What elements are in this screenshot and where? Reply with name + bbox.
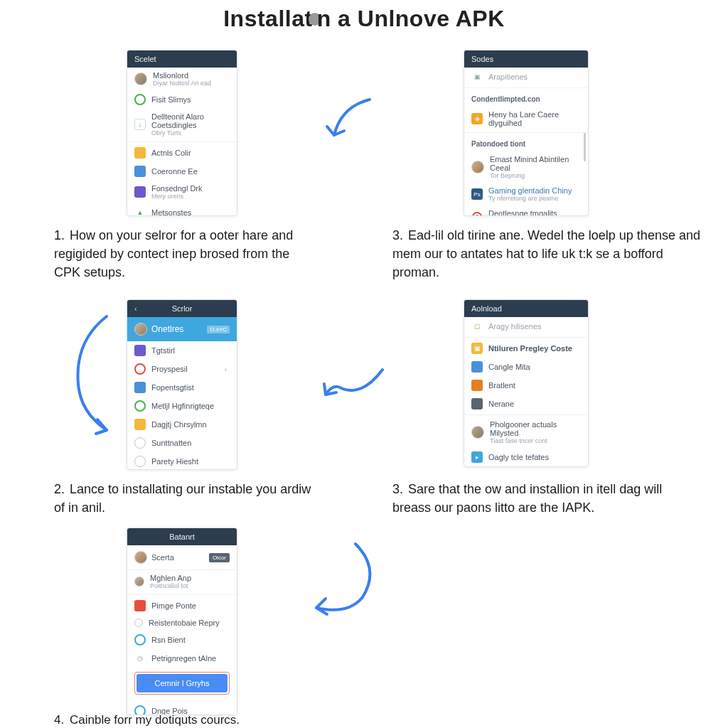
list-item[interactable]: Cangle Mita	[464, 358, 588, 376]
square-icon	[471, 398, 483, 410]
avatar-icon	[134, 73, 147, 85]
clock-icon: ◷	[134, 653, 146, 664]
list-item[interactable]: MslionlordDiyar Nuttesl An ead	[127, 68, 237, 90]
square-icon	[134, 419, 146, 430]
arrow-icon	[318, 363, 390, 405]
folder-icon: ▣	[471, 343, 483, 354]
svg-point-0	[473, 213, 481, 216]
scrollbar[interactable]	[584, 133, 586, 161]
list-item[interactable]: ▣Arapitienes	[464, 68, 588, 86]
list-item[interactable]: Sunttnatten	[127, 434, 237, 452]
download-icon: ↓	[134, 119, 146, 130]
list-item[interactable]: ▸Oagly tcle tefates	[464, 448, 588, 466]
square-icon	[134, 147, 146, 159]
cta-outline: Cemnir l Grryhs	[134, 672, 230, 695]
list-item[interactable]: Actnls Colir	[127, 144, 237, 162]
list-item[interactable]: Tgtstirl	[127, 341, 237, 360]
list-item[interactable]: Nerane	[464, 395, 588, 413]
avatar-icon	[471, 426, 484, 439]
user-header[interactable]: Onetlres O.sYC	[127, 317, 237, 341]
square-icon	[471, 380, 483, 391]
avatar-icon	[471, 161, 484, 173]
list-item[interactable]: ▢Aragy hilisenes	[464, 317, 588, 336]
list-item[interactable]: ▲Metsonstes	[127, 203, 237, 216]
list-item[interactable]: Bratlent	[464, 376, 588, 395]
square-icon	[134, 166, 146, 177]
ps-icon: Ps	[471, 188, 483, 200]
step-3a-caption: 3.Ead-lil old tirine ane. Wedel the loel…	[392, 226, 712, 282]
avatar-icon	[134, 551, 147, 564]
cta-button[interactable]: Cemnir l Grryhs	[136, 674, 228, 692]
circle-icon	[134, 400, 146, 412]
list-item[interactable]: PsGaming glentadin ChinyTy nferretong ar…	[464, 183, 588, 205]
step-4-caption: 4.Cainble forr my dotiquts courcs.	[54, 712, 324, 728]
list-item[interactable]: Fisit Slimys	[127, 90, 237, 109]
list-item[interactable]: Mghlen AnpPoitncaliol tot	[127, 570, 237, 593]
list-item[interactable]: Deotlesnge tmgalitsMogeon, waterly onl s…	[464, 205, 588, 216]
radio-icon	[134, 619, 143, 627]
chrome-icon	[471, 211, 483, 216]
chevron-right-icon: ›	[225, 365, 230, 373]
arrow-icon	[68, 313, 132, 441]
avatar-icon	[134, 577, 144, 587]
list-item[interactable]: Omly Cilglssion Cohms	[464, 466, 588, 467]
panel-header: Aolnload	[464, 300, 588, 317]
shield-icon: ◈	[471, 113, 483, 124]
list-item[interactable]: ◈Heny ha Lare Caere dlyguihed	[464, 107, 588, 131]
list-item[interactable]: ◷Petrignregen tAlne	[127, 649, 237, 668]
list-item[interactable]: ↓Dellteonit Alaro CoetsdinglesObry Turts	[127, 109, 237, 140]
file-icon: ▢	[471, 321, 483, 332]
list-item[interactable]: Proyspesil›	[127, 360, 237, 378]
square-icon	[134, 186, 146, 198]
section-header: Patondoed tiont	[464, 134, 588, 151]
arrow-icon	[320, 92, 384, 149]
list-item[interactable]: Coeronne Ee	[127, 162, 237, 181]
arrow-icon	[299, 540, 384, 619]
list-item[interactable]: Fopentsgtist	[127, 378, 237, 397]
panel-scelet: Scelet MslionlordDiyar Nuttesl An ead Fi…	[127, 50, 237, 216]
section-header: Condentlimpted.con	[464, 90, 588, 107]
panel-header: Batanrt	[127, 528, 237, 545]
avatar-icon	[134, 323, 147, 336]
circle-icon	[134, 363, 146, 375]
square-icon	[134, 382, 146, 393]
square-icon	[134, 345, 146, 356]
list-item[interactable]: Parety Hiesht	[127, 452, 237, 470]
list-item[interactable]: Pholgooner actuals MilystedTiast fase tn…	[464, 417, 588, 448]
panel-header: Scelet	[127, 50, 237, 68]
badge: O.sYC	[207, 326, 230, 333]
radio-icon	[134, 437, 146, 449]
circle-icon	[134, 634, 146, 646]
circle-icon	[134, 94, 146, 105]
list-item[interactable]: Emast Minind Abintilen CeealTor Beprung	[464, 151, 588, 183]
panel-aolnload: Aolnload ▢Aragy hilisenes ▣Ntiluren Preg…	[464, 299, 589, 467]
list-item[interactable]: Pimge Ponte	[127, 596, 237, 615]
square-icon: ▸	[471, 451, 483, 463]
panel-batanrt: Batanrt Scerta Olcor Mghlen AnpPoitncali…	[127, 528, 237, 715]
list-item[interactable]: Metljl Hgfinrigteqe	[127, 397, 237, 415]
list-item[interactable]: Rsn Bient	[127, 631, 237, 649]
step-1-caption: 1.How on your selror for a ooter hare an…	[54, 226, 310, 282]
step-3b-caption: 3.Sare that the ow and installion in ite…	[392, 480, 684, 517]
person-icon: ▲	[134, 207, 146, 216]
user-header[interactable]: Scerta Olcor	[127, 545, 237, 570]
list-item[interactable]: ▣Ntiluren Pregley Coste	[464, 339, 588, 358]
list-item[interactable]: Dagjtj Chrsylmn	[127, 415, 237, 434]
leaf-icon: ▣	[471, 71, 483, 82]
radio-icon	[134, 456, 146, 467]
back-icon[interactable]: ‹	[134, 304, 137, 313]
badge: Olcor	[209, 553, 230, 562]
page-title: Installatn a Unlnove APK	[0, 0, 728, 32]
list-item[interactable]: Reistentobaie Repry	[127, 615, 237, 631]
square-icon	[471, 361, 483, 373]
panel-header: ‹ Scrlor	[127, 300, 237, 317]
step-2-caption: 2.Lance to installating our instable you…	[54, 480, 324, 517]
svg-point-1	[475, 215, 479, 216]
list-item[interactable]: Fonsedngl DrkMery orens	[127, 181, 237, 203]
panel-header: Sodes	[464, 50, 588, 68]
panel-scrlor: ‹ Scrlor Onetlres O.sYC Tgtstirl Proyspe…	[127, 299, 237, 470]
square-icon	[134, 600, 146, 611]
panel-sodes: Sodes ▣Arapitienes Condentlimpted.con ◈H…	[464, 50, 589, 216]
